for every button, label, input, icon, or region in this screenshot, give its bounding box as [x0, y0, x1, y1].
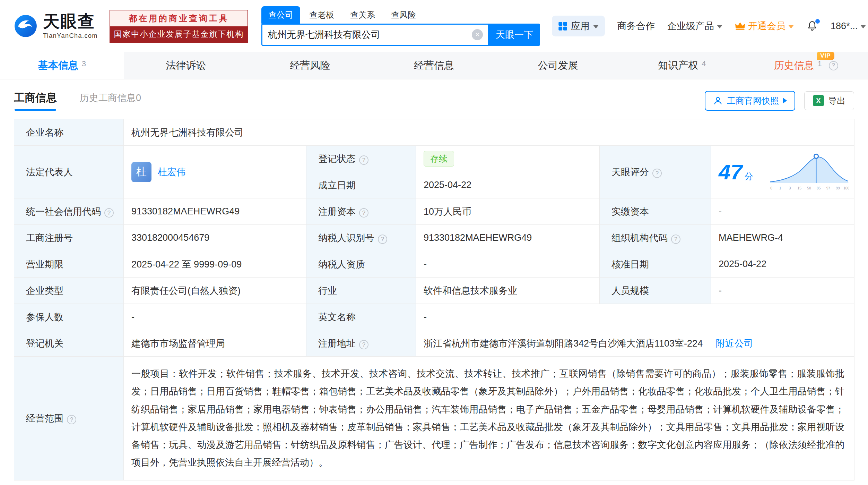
help-icon[interactable]: ? [359, 340, 368, 349]
svg-text:15: 15 [798, 186, 802, 190]
person-badge-icon [713, 96, 723, 105]
account-menu[interactable]: 186*... [831, 21, 866, 32]
org-code-label: 组织机构代码? [600, 225, 711, 251]
help-icon[interactable]: ? [67, 415, 76, 424]
svg-text:50: 50 [807, 186, 811, 190]
help-icon[interactable]: ? [652, 169, 662, 178]
reg-capital-value: 10万人民币 [416, 198, 600, 225]
enterprise-products-link[interactable]: 企业级产品 [667, 20, 722, 32]
notification-dot [815, 19, 820, 24]
search-button[interactable]: 天眼一下 [489, 24, 540, 46]
nearby-companies-link[interactable]: 附近公司 [716, 338, 753, 349]
reg-status-value: 存续 [416, 146, 600, 172]
tab-operating-info[interactable]: 经营信息 [372, 52, 496, 79]
search-tab-relation[interactable]: 查关系 [343, 6, 382, 24]
score-label: 天眼评分? [600, 146, 711, 198]
search-tab-boss[interactable]: 查老板 [302, 6, 341, 24]
clear-icon[interactable]: × [472, 29, 483, 40]
industry-label: 行业 [306, 278, 416, 304]
search-area: 查公司 查老板 查关系 查风险 × 天眼一下 [261, 6, 540, 46]
export-button[interactable]: X 导出 [804, 91, 854, 110]
help-icon[interactable]: ? [359, 155, 368, 165]
search-tab-company[interactable]: 查公司 [261, 6, 300, 24]
notification-bell-icon[interactable] [806, 20, 818, 32]
table-row: 法定代表人 杜 杜宏伟 登记状态? 存续 天眼评分? 47 分 [14, 146, 854, 172]
taxpayer-id-label: 纳税人识别号? [306, 225, 416, 251]
table-row: 登记机关 建德市市场监督管理局 注册地址? 浙江省杭州市建德市洋溪街道朝阳路34… [14, 330, 854, 357]
legal-rep-link[interactable]: 杜宏伟 [158, 166, 186, 178]
tab-count: 4 [702, 59, 706, 68]
table-row: 工商注册号 330182000454679 纳税人识别号? 91330182MA… [14, 225, 854, 251]
vip-upgrade-link[interactable]: 开通会员 [735, 20, 794, 32]
score-distribution-chart: 0 1 3 15 50 85 97 99 100 [770, 152, 849, 193]
table-row: 参保人数 - 英文名称 - [14, 304, 854, 330]
tab-intellectual-property[interactable]: 知识产权 4 [620, 52, 744, 79]
reg-address-value: 浙江省杭州市建德市洋溪街道朝阳路342号白沙滩大酒店1103室-224 附近公司 [416, 330, 854, 357]
company-type-value: 有限责任公司(自然人独资) [124, 278, 306, 304]
official-snapshot-button[interactable]: 工商官网快照 [705, 91, 795, 111]
promo-banner: 都在用的商业查询工具 国家中小企业发展子基金旗下机构 [110, 10, 248, 43]
credit-code-label: 统一社会信用代码? [14, 198, 124, 225]
legal-rep-label: 法定代表人 [14, 146, 124, 198]
english-name-value: - [416, 304, 854, 330]
tab-operating-risk[interactable]: 经营风险 [248, 52, 372, 79]
paid-capital-value: - [711, 198, 854, 225]
tab-basic-info[interactable]: 基本信息 3 [0, 52, 124, 79]
establish-date-label: 成立日期 [306, 172, 416, 198]
status-badge: 存续 [424, 151, 454, 167]
help-icon[interactable]: ? [829, 61, 838, 70]
tianyancha-logo[interactable]: 天眼查 TianYanCha.com [14, 13, 98, 39]
help-icon[interactable]: ? [104, 208, 114, 218]
business-term-label: 营业期限 [14, 251, 124, 278]
reg-address-label: 注册地址? [306, 330, 416, 357]
svg-text:100: 100 [843, 186, 849, 190]
search-input[interactable] [267, 29, 472, 41]
taxpayer-quality-label: 纳税人资质 [306, 251, 416, 278]
business-info-table: 企业名称 杭州无界七洲科技有限公司 法定代表人 杜 杜宏伟 登记状态? 存续 天… [14, 119, 854, 480]
svg-text:97: 97 [826, 186, 831, 190]
business-term-value: 2025-04-22 至 9999-09-09 [124, 251, 306, 278]
header-actions: 应用 商务合作 企业级产品 开通会员 186*... [552, 16, 866, 36]
help-icon[interactable]: ? [359, 208, 368, 218]
apps-button[interactable]: 应用 [552, 16, 605, 36]
vip-badge: VIP [817, 52, 834, 60]
help-icon[interactable]: ? [671, 235, 680, 244]
brand-domain: TianYanCha.com [43, 33, 98, 39]
chevron-down-icon [593, 25, 599, 28]
tab-legal-proceedings[interactable]: 法律诉讼 [124, 52, 248, 79]
search-input-wrap: × [261, 24, 489, 46]
company-type-label: 企业类型 [14, 278, 124, 304]
promo-banner-line1: 都在用的商业查询工具 [110, 10, 248, 26]
tab-history-business-registration[interactable]: 历史工商信息0 [80, 92, 141, 110]
chevron-down-icon [717, 25, 722, 28]
table-row: 统一社会信用代码? 91330182MAEHEWRG49 注册资本? 10万人民… [14, 198, 854, 225]
company-name-value: 杭州无界七洲科技有限公司 [124, 119, 854, 146]
reg-number-value: 330182000454679 [124, 225, 306, 251]
search-tab-risk[interactable]: 查风险 [384, 6, 423, 24]
excel-icon: X [813, 95, 824, 106]
promo-banner-line2: 国家中小企业发展子基金旗下机构 [110, 26, 248, 42]
table-row: 企业类型 有限责任公司(自然人独资) 行业 软件和信息技术服务业 人员规模 - [14, 278, 854, 304]
tianyancha-logo-icon [14, 14, 37, 38]
svg-text:1: 1 [779, 186, 781, 190]
english-name-label: 英文名称 [306, 304, 416, 330]
score-number: 47 [719, 160, 743, 184]
credit-code-value: 91330182MAEHEWRG49 [124, 198, 306, 225]
tab-business-registration[interactable]: 工商信息 [14, 91, 57, 111]
crown-icon [735, 22, 745, 30]
business-scope-value: 一般项目：软件开发；软件销售；技术服务、技术开发、技术咨询、技术交流、技术转让、… [124, 357, 854, 480]
industry-value: 软件和信息技术服务业 [416, 278, 600, 304]
taxpayer-id-value: 91330182MAEHEWRG49 [416, 225, 600, 251]
table-row: 经营范围? 一般项目：软件开发；软件销售；技术服务、技术开发、技术咨询、技术交流… [14, 357, 854, 480]
company-section-nav: 基本信息 3 法律诉讼 经营风险 经营信息 公司发展 知识产权 4 历史信息 V… [0, 52, 868, 79]
tab-company-development[interactable]: 公司发展 [496, 52, 620, 79]
tab-history-info[interactable]: 历史信息 VIP 1 ? [744, 52, 868, 79]
reg-authority-label: 登记机关 [14, 330, 124, 357]
org-code-value: MAEHEWRG-4 [711, 225, 854, 251]
approval-date-value: 2025-04-22 [711, 251, 854, 278]
chevron-down-icon [860, 25, 866, 28]
business-scope-label: 经营范围? [14, 357, 124, 480]
help-icon[interactable]: ? [378, 235, 387, 244]
business-cooperation-link[interactable]: 商务合作 [617, 20, 655, 32]
reg-number-label: 工商注册号 [14, 225, 124, 251]
